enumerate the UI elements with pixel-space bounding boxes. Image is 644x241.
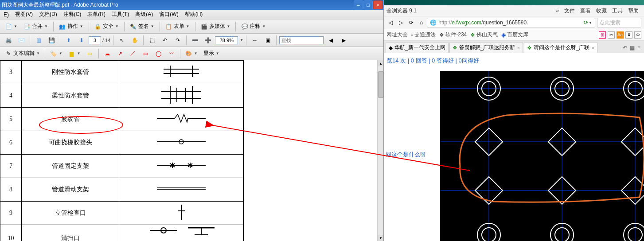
menu-window[interactable]: 窗口(W) [157,10,180,19]
save-button[interactable]: 💾 [46,35,57,45]
plus-icon: 📄 [5,23,12,30]
ext-down-icon[interactable]: ⬇ [625,31,632,39]
menu-forms[interactable]: 表单(R) [86,10,107,19]
note-button[interactable]: ▭ [84,49,96,58]
hand-tool[interactable]: ✋ [129,35,141,45]
menu-file[interactable]: 文件 [562,7,578,15]
menu-view[interactable]: 查看 [578,7,593,15]
find-prev[interactable]: ◀ [325,35,336,45]
cad-image [440,71,644,241]
rect-tool[interactable]: ▭ [140,49,152,58]
cloud-tool[interactable]: ☁ [101,49,113,58]
tab-active[interactable]: ❖请问这个是什么呀_广联× [524,42,597,53]
combine-button[interactable]: 📑合并▼ [21,21,50,31]
ext-grid-icon[interactable]: ⊞ [599,31,606,39]
url-dropdown[interactable]: ▼ [589,21,592,25]
line-tool[interactable]: ／ [127,49,139,58]
page-down-button[interactable]: ⬇ [76,35,87,45]
ext-cam-icon[interactable]: ✂ [608,31,615,39]
stamp-button[interactable]: 🏷️▼ [48,49,65,58]
search-box[interactable]: 点此搜索 [597,18,641,27]
zoom-in-button[interactable]: ➕ [202,35,214,45]
tab[interactable]: ◆华航_新一代安全上网 [386,42,449,53]
ext-gear-icon[interactable]: ⚙ [634,31,641,39]
close-tab-icon[interactable]: × [592,45,594,51]
email-button[interactable]: ✉️ [16,35,27,45]
forward-button[interactable]: ▷ [397,18,405,27]
menu-advanced[interactable]: 高级(A) [133,10,155,19]
highlight-button[interactable]: ▆▼ [66,49,83,58]
address-bar[interactable]: 🌐 http://e.fwxgx.com/question_1665590. ⟳… [427,18,595,27]
menu-document[interactable]: 文档(D) [37,10,59,19]
scroll-thumb[interactable] [378,71,383,98]
pencil-tool[interactable]: 〰 [166,49,177,58]
home-button[interactable]: ⌂ [418,18,425,27]
bookmark-item[interactable]: ◉百度文库 [501,31,528,39]
page-number-input[interactable] [89,36,101,44]
rotate-ccw[interactable]: ↶ [159,35,171,45]
sign-button[interactable]: ✒️签名▼ [128,21,156,31]
colorpicker-button[interactable]: 🎨▼ [183,49,200,58]
create-button[interactable]: 📄▼ [3,22,20,31]
browser-decor [384,0,644,5]
pdf-page[interactable]: 3 刚性防水套管 4 柔性防水套管 5 波纹管 [0,60,377,241]
secure-button[interactable]: 🔒安全▼ [92,21,121,31]
print-button[interactable]: 🖨️ [3,35,14,45]
text-edit-button[interactable]: ✎文本编辑▼ [3,48,42,58]
ext-aa-icon[interactable]: Aa [617,31,624,39]
comment-button[interactable]: 💬注释▼ [239,21,268,31]
tabs-menu-icon[interactable]: ≡ [637,45,640,51]
oval-tool[interactable]: ◯ [153,49,164,58]
rotate-cw[interactable]: ↷ [172,35,183,45]
select-tool[interactable]: ↖ [116,35,128,45]
close-button[interactable]: × [373,0,382,9]
post-stats: 览14 次 | 0 回答 | 0 答得好 | 0问得好 [384,53,644,68]
marquee-zoom[interactable]: ⬚ [146,35,158,45]
acrobat-titlebar[interactable]: 图块图例大全最新整理版.pdf - Adobe Acrobat Pro – □ … [0,0,383,10]
multimedia-button[interactable]: 🎬多媒体▼ [199,21,233,31]
minimize-button[interactable]: – [354,0,363,9]
forms-button[interactable]: 📋表单▼ [163,21,192,31]
rect-icon: ▭ [142,50,149,57]
bookmark-item[interactable]: ❖佛山天气 [470,31,498,39]
refresh-sync-icon[interactable]: ⟳ [584,19,588,26]
cursor-icon: ↖ [118,37,125,44]
menu-help[interactable]: 帮助(H) [183,10,205,19]
bookmark-item[interactable]: ▫交通违法 [411,31,436,39]
collab-button[interactable]: 👥协作▼ [57,21,86,31]
arrow-tool[interactable]: ↗ [114,49,126,58]
symbol-cell: 平面 系统 [119,225,243,241]
zoom-input[interactable] [215,36,238,44]
bookmark-item[interactable]: ❖软件-234 [439,31,467,39]
menu-item[interactable]: E) [2,11,11,19]
reload-button[interactable]: ⟳ [407,18,416,27]
show-button[interactable]: 显示▼ [201,48,222,58]
fit-width[interactable]: ↔ [249,35,261,45]
zoom-out-button[interactable]: ➖ [189,35,201,45]
menu-fav[interactable]: 收藏 [593,7,609,15]
page-thumbs-button[interactable]: ▥ [33,35,44,45]
zoom-dropdown[interactable]: ▼ [240,38,243,42]
menu-view[interactable]: 视图(V) [13,10,35,19]
page-up-button[interactable]: ⬆ [63,35,74,45]
fit-page[interactable]: ▣ [262,35,273,45]
find-next[interactable]: ▶ [338,35,349,45]
toolbar-extras: ⊞ ✂ Aa ⬇ ⚙ [599,31,641,39]
menu-help[interactable]: 帮助 [625,7,641,15]
scroll-up-icon[interactable]: ▲ [378,60,383,66]
tabs-grid-icon[interactable]: ▦ [630,45,635,51]
marquee-icon: ⬚ [148,37,156,44]
vertical-scrollbar[interactable]: ▲ ▼ [377,60,383,241]
menu-tools[interactable]: 工具 [609,7,625,15]
tab[interactable]: ❖答疑解惑_广联达服务新× [449,42,523,53]
menu-comment[interactable]: 注释(C) [62,10,83,19]
scroll-down-icon[interactable]: ▼ [378,235,383,241]
bookmark-item[interactable]: 网址大全 [386,31,408,39]
back-button[interactable]: ◁ [386,18,395,27]
close-tab-icon[interactable]: × [517,45,519,51]
find-input[interactable] [279,36,324,44]
undo-tab-icon[interactable]: ↶ [623,45,627,51]
overflow-icon[interactable]: » [553,8,562,14]
maximize-button[interactable]: □ [363,0,373,9]
menu-tools[interactable]: 工具(T) [110,10,131,19]
